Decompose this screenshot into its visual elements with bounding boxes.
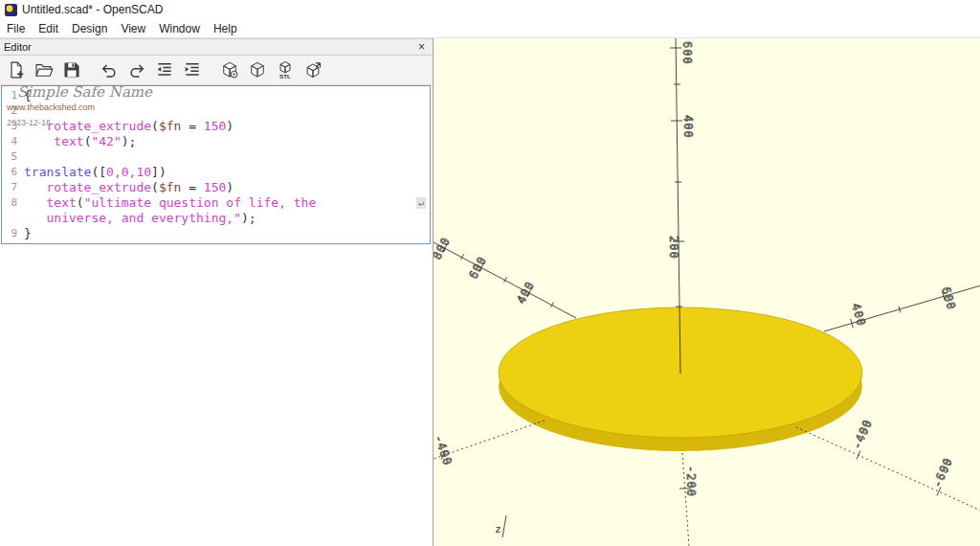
axis-tick-label: 600 [466,254,489,281]
toolbar-separator [207,56,214,84]
mini-axis-line [502,515,506,537]
menu-view[interactable]: View [114,21,152,36]
menu-edit[interactable]: Edit [32,21,65,36]
axis-tick-label: 800 [434,235,453,262]
line-number: 6 [2,165,24,180]
line-number: 4 [2,134,24,149]
menubar: File Edit Design View Window Help [0,19,980,38]
redo-icon [127,60,146,80]
code-line-text: text("42"); [24,134,136,149]
code-line-text: rotate_extrude($fn = 150) [24,180,234,195]
indent-icon [183,60,202,80]
stl-icon-label: STL [279,73,291,80]
axis-tick-label: 400 [681,115,695,139]
menu-design[interactable]: Design [65,21,114,36]
menu-window[interactable]: Window [152,21,207,36]
new-file-button[interactable] [3,57,29,83]
code-row: 6translate([0,0,10]) [2,165,430,180]
editor-panel-header: Editor × [0,38,433,56]
axis-tick-label: 600 [939,285,958,312]
axis-tick-label: 600 [680,41,694,65]
watermark-title: Simple Safe Name [17,83,152,101]
editor-panel: Editor × [0,38,434,546]
undo-icon [100,60,119,80]
render-cube-icon [248,60,267,80]
window-titlebar: Untitled.scad* - OpenSCAD [0,0,980,19]
axis-tick-label: -400 [850,417,875,451]
axes-cube-icon [303,60,323,80]
code-line-text: universe, and everything,"); [24,211,256,226]
code-row: universe, and everything,"); [2,211,430,226]
editor-toolbar: STL [0,56,433,85]
code-row: 3 rotate_extrude($fn = 150) [2,119,430,134]
axis-tick-label: 200 [667,236,680,260]
code-row: 7 rotate_extrude($fn = 150) [2,180,430,195]
axis-tick-label: -400 [434,433,455,467]
axis-tick [857,451,860,460]
editor-panel-title: Editor [4,41,32,53]
viewport-canvas[interactable]: z 600400200800600400400600-400-400-600-2… [434,38,980,546]
indent-button[interactable] [179,57,205,83]
line-number: 5 [2,149,24,165]
wrap-indicator: ↵ [416,197,426,209]
code-line-text: text("ultimate question of life, the [24,195,316,211]
save-icon [62,60,81,80]
render-button[interactable] [244,57,270,83]
export-stl-button[interactable]: STL [272,57,298,83]
code-area[interactable]: 1{23 rotate_extrude($fn = 150)4 text("42… [1,85,431,244]
unindent-button[interactable] [151,57,177,83]
3d-viewport[interactable]: z 600400200800600400400600-400-400-600-2… [434,38,980,546]
redo-button[interactable] [123,57,149,83]
line-number: 7 [2,180,24,195]
code-row: 5 [2,149,430,165]
y-axis-negative [796,427,980,511]
new-file-icon [7,60,26,80]
preview-button[interactable] [216,57,242,83]
watermark-url: www.thebackshed.com [7,102,95,112]
axis-tick-label: -600 [930,455,955,489]
line-number: 8 [2,195,24,211]
axis-tick-label: -200 [684,466,698,497]
line-number [2,211,24,226]
code-row: 4 text("42"); [2,134,430,149]
toolbar-separator [86,56,94,84]
watermark-date: 2023-12-16 [7,118,51,127]
menu-file[interactable]: File [0,21,32,36]
axis-tick-label: 400 [514,279,537,306]
open-button[interactable] [31,57,56,83]
code-editor[interactable]: 1{23 rotate_extrude($fn = 150)4 text("42… [0,85,433,546]
code-line-text: translate([0,0,10]) [24,165,167,180]
code-row: 8 text("ultimate question of life, the↵ [2,195,430,211]
menu-help[interactable]: Help [207,21,244,36]
unindent-icon [155,60,174,80]
view-all-button[interactable] [300,57,325,83]
line-number: 9 [2,226,24,241]
preview-cube-icon [220,60,239,80]
code-line-text: } [24,226,32,241]
mini-axis-z-label: z [495,523,501,535]
window-title: Untitled.scad* - OpenSCAD [22,3,163,16]
code-line-text: rotate_extrude($fn = 150) [24,119,234,134]
open-folder-icon [34,60,54,80]
undo-button[interactable] [96,57,122,83]
stl-cube-icon: STL [276,60,295,80]
code-row: 9} [2,226,430,241]
save-button[interactable] [58,57,84,83]
openscad-logo-icon [5,4,17,16]
editor-close-button[interactable]: × [416,41,427,53]
